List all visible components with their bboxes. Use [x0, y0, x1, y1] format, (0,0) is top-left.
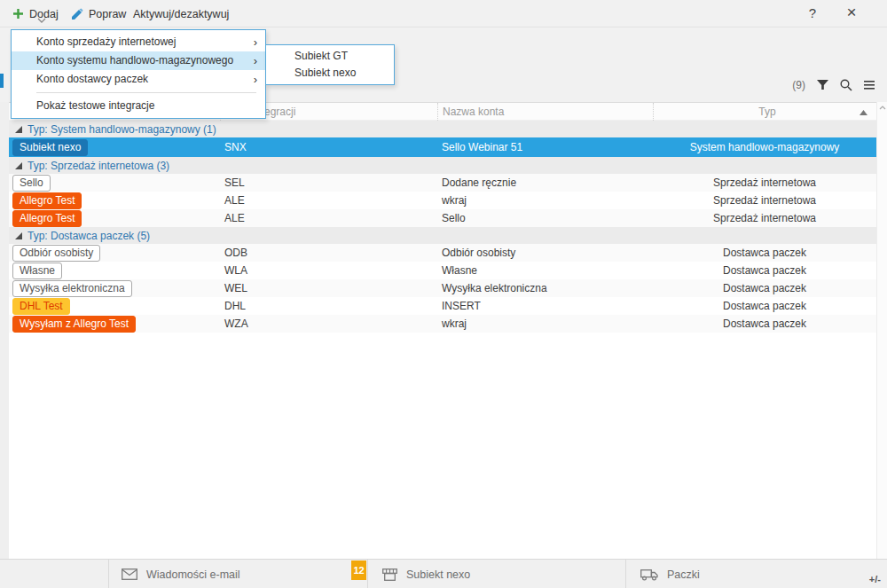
resize-control[interactable]: +/- — [869, 574, 881, 584]
table-row[interactable]: Allegro TestALEwkrajSprzedaż internetowa — [9, 192, 876, 209]
add-dropdown-menu: Konto sprzedaży internetowej›Konto syste… — [11, 29, 266, 119]
tab-subiekt-nexo[interactable]: Subiekt nexo — [382, 560, 470, 588]
integration-badge: Allegro Test — [12, 210, 82, 227]
type-cell: Dostawca paczek — [653, 247, 876, 259]
chevron-down-icon — [37, 18, 46, 23]
vertical-scrollbar[interactable] — [876, 102, 887, 559]
menu-icon[interactable] — [864, 81, 875, 90]
integration-cell: DHL Test — [9, 298, 220, 315]
account-cell: wkraj — [437, 194, 653, 207]
group-row[interactable]: Typ: System handlowo-magazynowy (1) — [9, 121, 876, 137]
table-row[interactable]: Subiekt nexoSNXSello Webinar 51System ha… — [9, 137, 876, 157]
integration-badge: Wysyłka elektroniczna — [12, 280, 132, 297]
account-cell: Wysyłka elektroniczna — [437, 282, 653, 294]
tab-email[interactable]: Wiadomości e-mail — [122, 560, 240, 588]
menu-item[interactable]: Konto systemu handlowo-magazynowego› — [12, 51, 265, 70]
activate-deactivate-label: Aktywuj/dezaktywuj — [133, 8, 229, 20]
table-row[interactable]: Wysyłka elektronicznaWELWysyłka elektron… — [9, 279, 876, 297]
integration-cell: Sello — [9, 175, 220, 192]
statusbar-divider — [625, 560, 626, 588]
toolbar: Dodaj Popraw Aktywuj/dezaktywuj ? × — [0, 0, 887, 27]
tab-paczki-label: Paczki — [667, 568, 700, 581]
active-tab-indicator — [0, 74, 4, 88]
submenu-item-label: Subiekt GT — [294, 50, 348, 62]
table-row[interactable]: Allegro TestALESelloSprzedaż internetowa — [9, 209, 876, 227]
table-row[interactable]: Wysyłam z Allegro TestWZAwkrajDostawca p… — [9, 315, 876, 333]
table-row[interactable]: WłasneWLAWłasneDostawca paczek — [9, 262, 876, 279]
submenu-arrow-icon: › — [254, 33, 257, 51]
type-cell: Dostawca paczek — [653, 300, 876, 312]
table-row[interactable]: SelloSELDodane ręcznieSprzedaż interneto… — [9, 174, 876, 192]
tab-subiekt-nexo-label: Subiekt nexo — [406, 568, 470, 581]
plus-icon — [12, 8, 24, 20]
type-cell: Dostawca paczek — [653, 264, 876, 277]
integration-cell: Wysyłka elektroniczna — [9, 280, 220, 297]
integration-badge: Sello — [12, 175, 51, 192]
filter-icon[interactable] — [817, 80, 828, 90]
envelope-icon — [122, 568, 137, 580]
integration-badge: Wysyłam z Allegro Test — [12, 316, 136, 333]
close-button[interactable]: × — [843, 3, 860, 22]
group-label: Typ: Dostawca paczek (5) — [27, 230, 150, 242]
group-row[interactable]: Typ: Sprzedaż internetowa (3) — [9, 157, 876, 174]
code-cell: ALE — [220, 212, 437, 224]
group-row[interactable]: Typ: Dostawca paczek (5) — [9, 227, 876, 244]
integration-badge: Allegro Test — [12, 192, 82, 209]
search-icon[interactable] — [840, 79, 852, 91]
type-cell: Dostawca paczek — [653, 282, 876, 294]
integration-cell: Allegro Test — [9, 192, 220, 209]
account-cell: Własne — [437, 264, 653, 277]
help-button[interactable]: ? — [804, 5, 821, 20]
integration-cell: Odbiór osobisty — [9, 245, 220, 262]
integration-badge: Odbiór osobisty — [12, 245, 100, 262]
brush-icon — [71, 8, 83, 20]
edit-button[interactable]: Popraw — [71, 0, 126, 27]
activate-deactivate-button[interactable]: Aktywuj/dezaktywuj — [133, 0, 229, 27]
code-cell: SEL — [220, 176, 437, 189]
group-expander-icon[interactable] — [15, 232, 22, 239]
statusbar-divider — [367, 560, 368, 588]
code-cell: WZA — [220, 318, 437, 330]
account-cell: INSERT — [437, 300, 653, 312]
group-expander-icon[interactable] — [15, 126, 22, 133]
grid-body: Typ: System handlowo-magazynowy (1)Subie… — [9, 121, 876, 333]
table-row[interactable]: DHL TestDHLINSERTDostawca paczek — [9, 297, 876, 315]
submenu-arrow-icon: › — [254, 51, 257, 70]
integration-cell: Własne — [9, 263, 220, 279]
code-cell: WLA — [220, 264, 437, 277]
column-header-nazwa[interactable]: Nazwa konta — [437, 103, 653, 121]
table-row[interactable]: Odbiór osobistyODBOdbiór osobistyDostawc… — [9, 244, 876, 262]
integration-cell: Subiekt nexo — [9, 139, 220, 156]
group-expander-icon[interactable] — [15, 162, 22, 169]
menu-item[interactable]: Konto sprzedaży internetowej› — [12, 33, 265, 51]
menu-item[interactable]: Konto dostawcy paczek› — [12, 70, 265, 89]
status-bar: Wiadomości e-mail 12 Subiekt nexo Paczki… — [0, 559, 887, 588]
tab-paczki[interactable]: Paczki — [640, 560, 700, 588]
add-submenu: Subiekt GTSubiekt nexo — [265, 44, 395, 85]
sort-ascending-icon — [860, 110, 867, 115]
statusbar-divider — [108, 560, 109, 588]
code-cell: DHL — [220, 300, 437, 312]
type-cell: System handlowo-magazynowy — [653, 141, 876, 153]
account-cell: Sello Webinar 51 — [437, 141, 653, 153]
scroll-up-icon[interactable] — [879, 106, 886, 110]
menu-item[interactable]: Pokaż testowe integracje — [12, 97, 265, 115]
column-header-typ[interactable]: Typ — [653, 103, 876, 121]
integration-badge: Własne — [12, 263, 62, 279]
menu-item-label: Pokaż testowe integracje — [36, 99, 154, 112]
grid-tools: (9) — [792, 79, 875, 91]
record-count: (9) — [792, 79, 805, 91]
account-cell: Dodane ręcznie — [437, 176, 653, 189]
integration-cell: Allegro Test — [9, 210, 220, 227]
code-cell: ALE — [220, 194, 437, 207]
integration-badge: DHL Test — [12, 298, 70, 315]
type-cell: Sprzedaż internetowa — [653, 212, 876, 224]
code-cell: WEL — [220, 282, 437, 294]
truck-icon — [640, 568, 658, 581]
submenu-item[interactable]: Subiekt nexo — [266, 65, 394, 82]
integration-cell: Wysyłam z Allegro Test — [9, 316, 220, 333]
menu-item-label: Konto dostawcy paczek — [36, 73, 148, 85]
add-button[interactable]: Dodaj — [12, 0, 59, 27]
submenu-item[interactable]: Subiekt GT — [266, 48, 394, 65]
edit-button-label: Popraw — [89, 8, 126, 20]
